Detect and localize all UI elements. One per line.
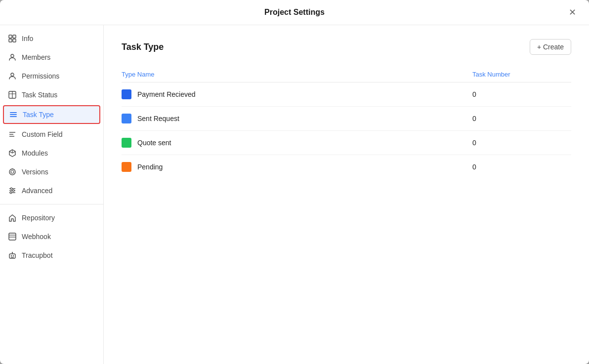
color-swatch [122, 89, 131, 99]
bot-icon [8, 251, 17, 260]
sliders-icon [8, 186, 17, 195]
svg-point-4 [11, 54, 14, 57]
svg-point-26 [10, 192, 12, 194]
sidebar-item-modules-label: Modules [22, 149, 48, 157]
sidebar-item-task-status-label: Task Status [22, 91, 57, 99]
type-name-cell: Pending [122, 162, 472, 172]
sidebar: Info Members [0, 25, 104, 364]
svg-point-34 [12, 252, 13, 253]
sidebar-item-custom-field-label: Custom Field [22, 130, 62, 138]
sidebar-item-webhook-label: Webhook [22, 233, 51, 241]
svg-rect-0 [9, 35, 12, 38]
project-settings-modal: Project Settings ✕ [0, 0, 589, 364]
sidebar-item-repository-label: Repository [22, 214, 55, 222]
task-number: 0 [472, 163, 571, 171]
sidebar-item-task-type[interactable]: Task Type [3, 105, 100, 124]
sidebar-item-tracupbot[interactable]: Tracupbot [0, 246, 103, 265]
svg-rect-1 [13, 35, 16, 38]
table-icon [8, 90, 17, 99]
sidebar-item-webhook[interactable]: Webhook [0, 227, 103, 246]
sidebar-item-modules[interactable]: Modules [0, 144, 103, 162]
sidebar-item-info-label: Info [22, 35, 33, 42]
color-swatch [122, 138, 131, 148]
color-swatch [122, 162, 131, 172]
svg-point-32 [13, 255, 14, 256]
sidebar-item-permissions[interactable]: Permissions [0, 67, 103, 85]
type-name-cell: Payment Recieved [122, 89, 472, 99]
svg-point-25 [12, 190, 14, 192]
type-name-cell: Quote sent [122, 138, 472, 148]
task-number: 0 [472, 115, 571, 122]
svg-line-16 [9, 152, 12, 154]
svg-rect-11 [10, 116, 17, 117]
modal-body: Info Members [0, 25, 589, 364]
svg-rect-30 [9, 254, 15, 258]
content-area: Task Type + Create Type Name Task Number… [104, 25, 589, 364]
sidebar-item-task-type-label: Task Type [23, 111, 54, 119]
sidebar-divider [0, 204, 103, 204]
modal-header: Project Settings ✕ [0, 0, 589, 25]
home-icon [8, 213, 17, 222]
webhook-icon [8, 232, 17, 241]
sidebar-item-tracupbot-label: Tracupbot [22, 251, 53, 259]
svg-point-5 [11, 73, 14, 76]
create-button[interactable]: + Create [530, 39, 571, 55]
task-number: 0 [472, 139, 571, 147]
table-row[interactable]: Pending 0 [122, 155, 571, 179]
table-row[interactable]: Payment Recieved 0 [122, 82, 571, 107]
svg-rect-27 [9, 233, 16, 240]
svg-point-18 [9, 169, 15, 175]
content-header: Task Type + Create [122, 39, 571, 55]
task-number: 0 [472, 90, 571, 98]
permissions-icon [8, 72, 17, 81]
type-name-text: Sent Request [137, 115, 179, 122]
create-btn-label: + Create [537, 43, 564, 51]
sidebar-item-advanced[interactable]: Advanced [0, 181, 103, 200]
sidebar-item-versions-label: Versions [22, 168, 48, 176]
sidebar-item-members[interactable]: Members [0, 48, 103, 67]
sidebar-item-versions[interactable]: Versions [0, 162, 103, 181]
table-row[interactable]: Sent Request 0 [122, 107, 571, 131]
task-type-icon [9, 110, 18, 119]
svg-point-19 [11, 170, 14, 173]
svg-rect-3 [13, 39, 16, 42]
sidebar-item-advanced-label: Advanced [22, 187, 52, 195]
modal-title: Project Settings [264, 8, 325, 17]
sidebar-item-permissions-label: Permissions [22, 72, 59, 80]
sidebar-item-repository[interactable]: Repository [0, 208, 103, 227]
close-icon: ✕ [569, 7, 576, 18]
svg-rect-2 [9, 39, 12, 42]
svg-rect-10 [10, 114, 17, 115]
col-header-type-name: Type Name [122, 71, 472, 78]
sidebar-item-info[interactable]: Info [0, 29, 103, 48]
task-type-table: Payment Recieved 0 Sent Request 0 Quote … [122, 82, 571, 179]
table-header: Type Name Task Number [122, 67, 571, 82]
modal-overlay: Project Settings ✕ [0, 0, 589, 364]
content-title: Task Type [122, 42, 164, 52]
sidebar-item-task-status[interactable]: Task Status [0, 85, 103, 104]
versions-icon [8, 167, 17, 176]
type-name-text: Pending [137, 163, 163, 171]
sidebar-item-members-label: Members [22, 53, 50, 61]
table-row[interactable]: Quote sent 0 [122, 131, 571, 155]
color-swatch [122, 114, 131, 123]
cube-icon [8, 149, 17, 158]
svg-point-24 [10, 188, 12, 190]
close-button[interactable]: ✕ [565, 5, 579, 19]
col-header-task-number: Task Number [472, 71, 571, 78]
type-name-cell: Sent Request [122, 114, 472, 123]
person-icon [8, 53, 17, 62]
svg-rect-9 [10, 112, 17, 113]
type-name-text: Quote sent [137, 139, 171, 147]
svg-line-17 [12, 152, 15, 154]
grid-icon [8, 34, 17, 43]
type-name-text: Payment Recieved [137, 90, 196, 98]
custom-field-icon [8, 130, 17, 139]
svg-point-31 [11, 255, 12, 256]
sidebar-item-custom-field[interactable]: Custom Field [0, 125, 103, 144]
